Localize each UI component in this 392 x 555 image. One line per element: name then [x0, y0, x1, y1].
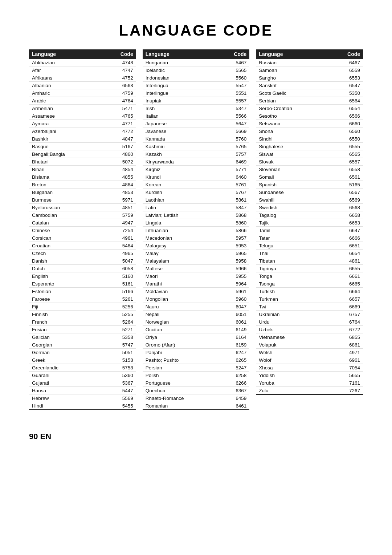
language-name: Kazakh — [143, 150, 229, 158]
table-row: Swahili6569 — [256, 196, 363, 204]
table-row: Macedonian5957 — [143, 234, 250, 242]
language-code: 5166 — [116, 288, 136, 295]
table-row: Arabic4764 — [29, 97, 136, 105]
language-name: Bislama — [29, 173, 116, 181]
language-code: 6560 — [343, 127, 363, 135]
language-code: 6564 — [343, 97, 363, 105]
language-code: 6561 — [343, 173, 363, 181]
language-name: Javanese — [143, 127, 229, 135]
language-code: 5960 — [229, 295, 249, 303]
table-row: Uzbek6772 — [256, 326, 363, 333]
language-name: Norwegian — [143, 318, 229, 326]
language-code: 6567 — [343, 189, 363, 196]
language-name: Volapuk — [256, 341, 343, 349]
language-code: 6568 — [343, 204, 363, 211]
table-row: Croatian5464 — [29, 242, 136, 250]
language-name: Byelorussian — [29, 204, 116, 211]
table-row: Breton4864 — [29, 181, 136, 189]
language-name: Frisian — [29, 326, 116, 333]
language-code: 5971 — [116, 196, 136, 204]
language-code: 6565 — [343, 150, 363, 158]
language-name: Greenlandic — [29, 364, 116, 372]
language-code: 5747 — [116, 341, 136, 349]
language-code: 6047 — [229, 303, 249, 311]
language-code: 5264 — [116, 318, 136, 326]
language-name: Panjabi — [143, 349, 229, 356]
language-name: Guarani — [29, 372, 116, 379]
table-row: Kinyarwanda6469 — [143, 158, 250, 166]
language-code: 5965 — [229, 250, 249, 257]
language-name: Lithuanian — [143, 227, 229, 234]
col-header-code: Code — [343, 49, 363, 59]
language-name: Estonian — [29, 288, 116, 295]
language-code: 6164 — [229, 333, 249, 341]
table-row: Dutch6058 — [29, 265, 136, 272]
table-row: French5264 — [29, 318, 136, 326]
language-name: Samoan — [256, 66, 343, 74]
language-name: Tagalog — [256, 211, 343, 219]
table-row: Japanese5647 — [143, 120, 250, 127]
language-code: 4860 — [116, 150, 136, 158]
language-name: Bihari — [29, 166, 116, 173]
table-row: Greenlandic5758 — [29, 364, 136, 372]
table-row: Gujarati5367 — [29, 379, 136, 387]
table-row: Setswana6660 — [256, 120, 363, 127]
language-code: 5961 — [229, 288, 249, 295]
language-code: 5161 — [116, 280, 136, 288]
language-code: 4772 — [116, 127, 136, 135]
table-row: Azerbaijani4772 — [29, 127, 136, 135]
language-code: 5247 — [229, 364, 249, 372]
language-name: Arabic — [29, 97, 116, 105]
language-name: Yiddish — [256, 372, 343, 379]
table-row: Kirundi6460 — [143, 173, 250, 181]
language-code: 5455 — [116, 402, 136, 410]
language-name: Slovak — [256, 158, 343, 166]
table-row: Volapuk6861 — [256, 341, 363, 349]
language-name: Azerbaijani — [29, 127, 116, 135]
language-code: 5860 — [229, 219, 249, 227]
language-name: Laothian — [143, 196, 229, 204]
language-name: Hindi — [29, 402, 116, 410]
language-code: 5464 — [116, 242, 136, 250]
language-name: Kinyarwanda — [143, 158, 229, 166]
language-name: Malagasy — [143, 242, 229, 250]
language-code: 6566 — [343, 112, 363, 120]
table-row: Guarani5360 — [29, 372, 136, 379]
language-code: 4771 — [116, 120, 136, 127]
language-name: Breton — [29, 181, 116, 189]
language-name: Polish — [143, 372, 229, 379]
language-name: Tajik — [256, 219, 343, 227]
language-name: Faroese — [29, 295, 116, 303]
language-name: Oromo (Afan) — [143, 341, 229, 349]
language-code: 6563 — [116, 82, 136, 89]
language-name: Assamese — [29, 112, 116, 120]
language-name: Somali — [256, 173, 343, 181]
language-code: 4971 — [343, 349, 363, 356]
language-code: 6569 — [343, 196, 363, 204]
table-row: Tibetan4861 — [256, 257, 363, 265]
language-name: Georgian — [29, 341, 116, 349]
language-code: 5759 — [116, 211, 136, 219]
language-code: 5167 — [116, 143, 136, 150]
language-code: 5051 — [116, 349, 136, 356]
table-row: Interlingua5547 — [143, 82, 250, 89]
table-row: Urdu6764 — [256, 318, 363, 326]
language-name: Bhutani — [29, 158, 116, 166]
table-row: Rhaeto-Romance6459 — [143, 394, 250, 402]
table-row: Yoruba7161 — [256, 379, 363, 387]
language-code: 6247 — [229, 349, 249, 356]
language-name: Galician — [29, 333, 116, 341]
language-name: Chinese — [29, 227, 116, 234]
table-row: Finnish5255 — [29, 311, 136, 318]
language-code: 6547 — [343, 82, 363, 89]
language-name: Basque — [29, 143, 116, 150]
language-code: 5467 — [229, 59, 249, 66]
table-row: Lingala5860 — [143, 219, 250, 227]
language-code: 6664 — [343, 288, 363, 295]
language-name: Zulu — [256, 387, 343, 395]
language-name: Bashkir — [29, 135, 116, 143]
language-code: 6467 — [343, 59, 363, 66]
language-code: 7254 — [116, 227, 136, 234]
col-header-language: Language — [143, 49, 229, 59]
table-row: Hungarian5467 — [143, 59, 250, 66]
